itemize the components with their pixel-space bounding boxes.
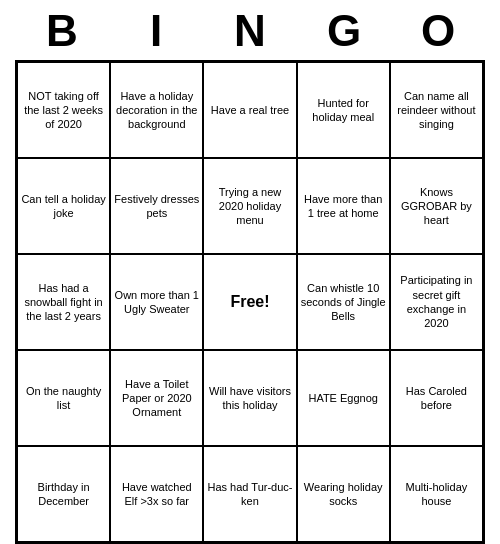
bingo-letter-o: O xyxy=(398,6,478,56)
bingo-cell-text-3: Hunted for holiday meal xyxy=(301,96,386,125)
bingo-cell-text-6: Festively dresses pets xyxy=(114,192,199,221)
bingo-cell-2[interactable]: Have a real tree xyxy=(203,62,296,158)
bingo-header: BINGO xyxy=(15,0,485,60)
bingo-cell-14[interactable]: Participating in secret gift exchange in… xyxy=(390,254,483,350)
bingo-cell-16[interactable]: Have a Toilet Paper or 2020 Ornament xyxy=(110,350,203,446)
bingo-letter-n: N xyxy=(210,6,290,56)
bingo-cell-9[interactable]: Knows GGROBAR by heart xyxy=(390,158,483,254)
bingo-cell-4[interactable]: Can name all reindeer without singing xyxy=(390,62,483,158)
bingo-cell-11[interactable]: Own more than 1 Ugly Sweater xyxy=(110,254,203,350)
bingo-cell-text-21: Have watched Elf >3x so far xyxy=(114,480,199,509)
bingo-cell-text-0: NOT taking off the last 2 weeks of 2020 xyxy=(21,89,106,132)
bingo-cell-text-18: HATE Eggnog xyxy=(308,391,378,405)
bingo-cell-text-23: Wearing holiday socks xyxy=(301,480,386,509)
bingo-cell-text-1: Have a holiday decoration in the backgro… xyxy=(114,89,199,132)
bingo-cell-22[interactable]: Has had Tur-duc-ken xyxy=(203,446,296,542)
bingo-cell-text-24: Multi-holiday house xyxy=(394,480,479,509)
bingo-cell-20[interactable]: Birthday in December xyxy=(17,446,110,542)
bingo-cell-text-19: Has Caroled before xyxy=(394,384,479,413)
bingo-cell-text-9: Knows GGROBAR by heart xyxy=(394,185,479,228)
bingo-cell-text-20: Birthday in December xyxy=(21,480,106,509)
bingo-cell-text-12: Free! xyxy=(230,292,269,313)
bingo-cell-13[interactable]: Can whistle 10 seconds of Jingle Bells xyxy=(297,254,390,350)
bingo-cell-text-11: Own more than 1 Ugly Sweater xyxy=(114,288,199,317)
bingo-cell-5[interactable]: Can tell a holiday joke xyxy=(17,158,110,254)
bingo-cell-1[interactable]: Have a holiday decoration in the backgro… xyxy=(110,62,203,158)
bingo-cell-7[interactable]: Trying a new 2020 holiday menu xyxy=(203,158,296,254)
bingo-cell-12[interactable]: Free! xyxy=(203,254,296,350)
bingo-cell-18[interactable]: HATE Eggnog xyxy=(297,350,390,446)
bingo-cell-3[interactable]: Hunted for holiday meal xyxy=(297,62,390,158)
bingo-cell-text-8: Have more than 1 tree at home xyxy=(301,192,386,221)
bingo-cell-24[interactable]: Multi-holiday house xyxy=(390,446,483,542)
bingo-cell-8[interactable]: Have more than 1 tree at home xyxy=(297,158,390,254)
bingo-cell-text-2: Have a real tree xyxy=(211,103,289,117)
bingo-cell-6[interactable]: Festively dresses pets xyxy=(110,158,203,254)
bingo-cell-text-7: Trying a new 2020 holiday menu xyxy=(207,185,292,228)
bingo-cell-0[interactable]: NOT taking off the last 2 weeks of 2020 xyxy=(17,62,110,158)
bingo-cell-19[interactable]: Has Caroled before xyxy=(390,350,483,446)
bingo-letter-i: I xyxy=(116,6,196,56)
bingo-cell-text-4: Can name all reindeer without singing xyxy=(394,89,479,132)
bingo-cell-text-17: Will have visitors this holiday xyxy=(207,384,292,413)
bingo-cell-text-10: Has had a snowball fight in the last 2 y… xyxy=(21,281,106,324)
bingo-cell-17[interactable]: Will have visitors this holiday xyxy=(203,350,296,446)
bingo-cell-23[interactable]: Wearing holiday socks xyxy=(297,446,390,542)
bingo-cell-text-22: Has had Tur-duc-ken xyxy=(207,480,292,509)
bingo-letter-g: G xyxy=(304,6,384,56)
bingo-letter-b: B xyxy=(22,6,102,56)
bingo-cell-10[interactable]: Has had a snowball fight in the last 2 y… xyxy=(17,254,110,350)
bingo-cell-text-14: Participating in secret gift exchange in… xyxy=(394,273,479,330)
bingo-cell-text-13: Can whistle 10 seconds of Jingle Bells xyxy=(301,281,386,324)
bingo-cell-15[interactable]: On the naughty list xyxy=(17,350,110,446)
bingo-grid: NOT taking off the last 2 weeks of 2020H… xyxy=(15,60,485,544)
bingo-cell-21[interactable]: Have watched Elf >3x so far xyxy=(110,446,203,542)
bingo-cell-text-15: On the naughty list xyxy=(21,384,106,413)
bingo-cell-text-16: Have a Toilet Paper or 2020 Ornament xyxy=(114,377,199,420)
bingo-cell-text-5: Can tell a holiday joke xyxy=(21,192,106,221)
